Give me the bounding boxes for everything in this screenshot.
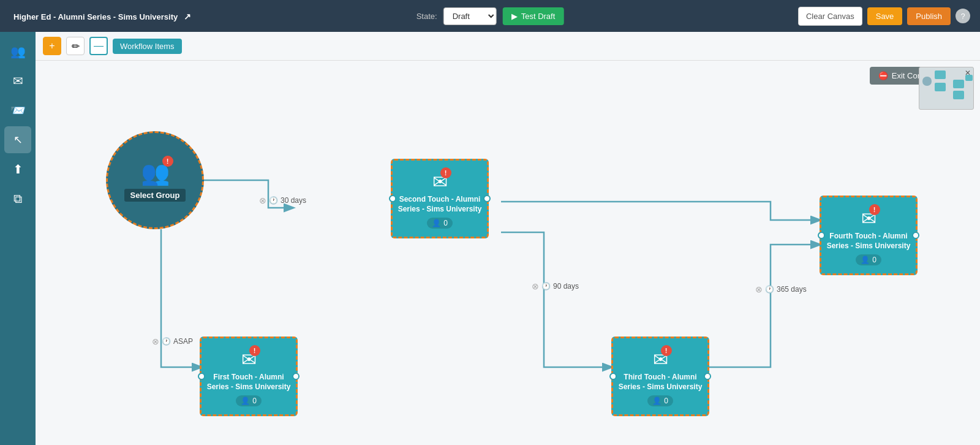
first-touch-count: 👤 0 bbox=[236, 395, 262, 406]
fourth-touch-node[interactable]: ✉ ! Fourth Touch - Alumni Series - Sims … bbox=[820, 196, 918, 275]
second-touch-node[interactable]: ✉ ! Second Touch - Alumni Series - Sims … bbox=[391, 159, 489, 238]
sidebar-item-cursor[interactable]: ↖ bbox=[4, 126, 31, 153]
second-touch-right-dot bbox=[483, 195, 491, 202]
second-touch-title: Second Touch - Alumni Series - Sims Univ… bbox=[398, 195, 482, 214]
person-icon-2: 👤 bbox=[432, 219, 441, 227]
cursor-icon: ↖ bbox=[13, 133, 23, 146]
no-symbol-365: ⊗ bbox=[755, 284, 763, 294]
sidebar-item-open-mail[interactable]: 📨 bbox=[4, 97, 31, 124]
second-touch-left-dot bbox=[389, 195, 396, 202]
person-icon-4: 👤 bbox=[861, 256, 870, 264]
main-layout: 👥 ✉ 📨 ↖ ⬆ ⧉ + ✏ — Workflow Items bbox=[0, 32, 980, 445]
mail-icon: ✉ bbox=[13, 74, 23, 88]
third-touch-count: 👤 0 bbox=[647, 395, 673, 406]
sidebar-item-copy[interactable]: ⧉ bbox=[4, 185, 31, 212]
workflow-canvas[interactable]: ⛔ Exit Condition ✕ 👥 ! bbox=[36, 61, 980, 443]
play-icon: ▶ bbox=[511, 12, 518, 21]
365-days-label: 365 days bbox=[777, 285, 807, 294]
clock-icon-30: 🕐 bbox=[269, 196, 278, 205]
svg-rect-1 bbox=[935, 70, 946, 79]
workflow-items-label: Workflow Items bbox=[113, 39, 182, 54]
svg-rect-4 bbox=[953, 91, 964, 99]
clock-icon-asap: 🕐 bbox=[162, 337, 171, 346]
third-touch-alert: ! bbox=[661, 345, 672, 356]
exit-icon: ⛔ bbox=[878, 71, 888, 80]
no-symbol-90: ⊗ bbox=[532, 281, 539, 291]
people-icon: 👥 bbox=[10, 44, 26, 59]
external-link-icon[interactable]: ↗ bbox=[184, 12, 191, 21]
open-mail-icon: 📨 bbox=[10, 103, 26, 118]
third-touch-left-dot bbox=[609, 373, 617, 380]
header-actions: Clear Canvas Save Publish ? bbox=[798, 7, 970, 26]
clear-canvas-button[interactable]: Clear Canvas bbox=[798, 7, 862, 26]
svg-rect-0 bbox=[922, 77, 932, 86]
time-label-30: ⊗ 🕐 30 days bbox=[259, 196, 306, 205]
mini-map: ✕ bbox=[919, 67, 974, 110]
no-symbol-asap: ⊗ bbox=[152, 337, 159, 346]
third-touch-mail-icon: ✉ ! bbox=[653, 349, 668, 370]
fourth-touch-alert: ! bbox=[869, 204, 880, 215]
fourth-touch-right-dot bbox=[912, 232, 919, 239]
canvas-toolbar: + ✏ — Workflow Items bbox=[36, 32, 980, 61]
no-symbol-30: ⊗ bbox=[259, 196, 266, 205]
first-touch-mail-icon: ✉ ! bbox=[241, 349, 257, 370]
save-button[interactable]: Save bbox=[867, 7, 903, 25]
share-icon: ⬆ bbox=[13, 162, 23, 177]
state-select[interactable]: Draft Active Paused bbox=[443, 7, 497, 25]
publish-button[interactable]: Publish bbox=[907, 7, 951, 25]
svg-rect-3 bbox=[953, 80, 964, 88]
30-days-label: 30 days bbox=[281, 196, 306, 205]
time-label-365: ⊗ 🕐 365 days bbox=[755, 284, 807, 294]
edit-button[interactable]: ✏ bbox=[66, 37, 85, 55]
copy-icon: ⧉ bbox=[13, 192, 22, 206]
select-group-alert: ! bbox=[162, 156, 173, 167]
second-touch-alert: ! bbox=[440, 167, 451, 178]
page-title: Higher Ed - Alumni Series - Sims Univers… bbox=[10, 11, 798, 21]
sidebar-item-share[interactable]: ⬆ bbox=[4, 156, 31, 183]
select-group-node[interactable]: 👥 ! Select Group bbox=[106, 131, 204, 229]
app-header: Higher Ed - Alumni Series - Sims Univers… bbox=[0, 0, 980, 32]
sidebar-item-mail[interactable]: ✉ bbox=[4, 67, 31, 94]
clock-icon-365: 🕐 bbox=[765, 285, 774, 294]
fourth-touch-count: 👤 0 bbox=[856, 254, 881, 265]
svg-rect-2 bbox=[935, 83, 946, 91]
fourth-touch-mail-icon: ✉ ! bbox=[861, 208, 876, 229]
third-touch-title: Third Touch - Alumni Series - Sims Unive… bbox=[618, 373, 703, 392]
minus-button[interactable]: — bbox=[89, 37, 108, 55]
first-touch-right-dot bbox=[292, 373, 300, 380]
state-label: State: bbox=[417, 12, 437, 21]
first-touch-left-dot bbox=[198, 373, 205, 380]
time-label-asap: ⊗ 🕐 ASAP bbox=[152, 337, 193, 346]
first-touch-title: First Touch - Alumni Series - Sims Unive… bbox=[206, 373, 291, 392]
third-touch-right-dot bbox=[704, 373, 711, 380]
first-touch-alert: ! bbox=[249, 345, 260, 356]
group-icon: 👥 ! bbox=[141, 159, 170, 186]
test-draft-button[interactable]: ▶ Test Draft bbox=[503, 7, 564, 25]
90-days-label: 90 days bbox=[553, 282, 579, 291]
fourth-touch-title: Fourth Touch - Alumni Series - Sims Univ… bbox=[826, 232, 911, 251]
sidebar: 👥 ✉ 📨 ↖ ⬆ ⧉ bbox=[0, 32, 36, 445]
clock-icon-90: 🕐 bbox=[541, 282, 551, 291]
second-touch-count: 👤 0 bbox=[427, 218, 453, 229]
select-group-label: Select Group bbox=[124, 189, 186, 202]
first-touch-node[interactable]: ✉ ! First Touch - Alumni Series - Sims U… bbox=[200, 337, 298, 416]
asap-label: ASAP bbox=[173, 337, 193, 346]
fourth-touch-left-dot bbox=[818, 232, 825, 239]
person-icon-3: 👤 bbox=[652, 397, 662, 405]
third-touch-node[interactable]: ✉ ! Third Touch - Alumni Series - Sims U… bbox=[611, 337, 709, 416]
second-touch-mail-icon: ✉ ! bbox=[432, 171, 448, 192]
mini-map-close[interactable]: ✕ bbox=[965, 69, 971, 77]
header-center: State: Draft Active Paused ▶ Test Draft bbox=[417, 7, 564, 25]
add-button[interactable]: + bbox=[43, 37, 61, 55]
canvas-area: + ✏ — Workflow Items bbox=[36, 32, 980, 445]
help-button[interactable]: ? bbox=[956, 9, 970, 23]
person-icon-1: 👤 bbox=[241, 397, 250, 405]
time-label-90: ⊗ 🕐 90 days bbox=[532, 281, 579, 291]
sidebar-item-people[interactable]: 👥 bbox=[4, 38, 31, 65]
